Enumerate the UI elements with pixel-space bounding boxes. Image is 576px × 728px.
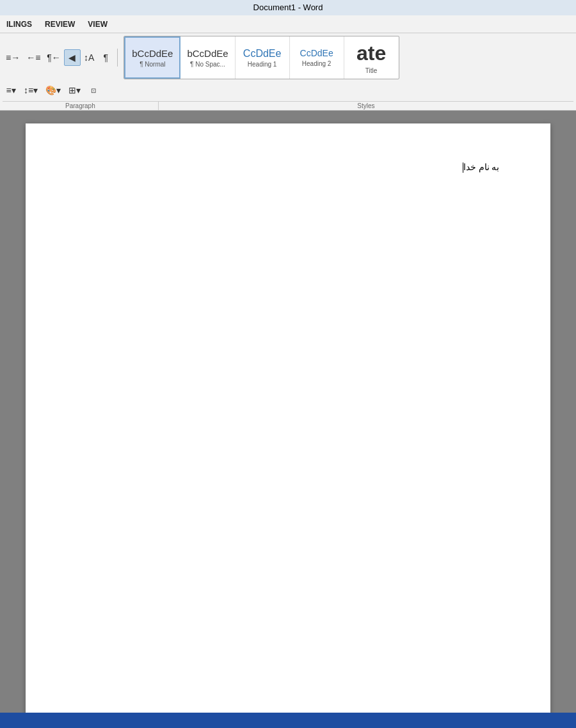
style-normal-label: ¶ Normal	[140, 61, 165, 68]
status-bar	[0, 713, 576, 728]
show-hide-btn[interactable]: ¶	[97, 49, 114, 66]
menu-mailings[interactable]: ILINGS	[0, 18, 38, 31]
style-nospace-preview: bCcDdEe	[187, 48, 228, 59]
page[interactable]: به نام خدا	[26, 123, 550, 713]
dialog-btn[interactable]: ⊡	[85, 82, 102, 99]
page-content[interactable]: به نام خدا	[77, 162, 499, 173]
arabic-text: به نام خدا	[463, 162, 499, 173]
shading-btn[interactable]: 🎨▾	[42, 82, 64, 99]
style-title-preview: ate	[356, 41, 386, 65]
menu-review[interactable]: REVIEW	[38, 18, 81, 31]
style-heading1-label: Heading 1	[248, 61, 277, 68]
style-normal-preview: bCcDdEe	[132, 48, 173, 59]
styles-section-label: Styles	[159, 102, 573, 110]
paragraph-section-label: Paragraph	[3, 102, 158, 110]
list-btn[interactable]: ≡▾	[3, 82, 19, 99]
menu-view[interactable]: VIEW	[81, 18, 114, 31]
style-heading2[interactable]: CcDdEe Heading 2	[290, 36, 344, 79]
style-nospace[interactable]: bCcDdEe ¶ No Spac...	[180, 36, 235, 79]
title-bar: Document1 - Word	[0, 0, 576, 15]
sort-btn[interactable]: ↕A	[81, 49, 97, 66]
ribbon-section-row: Paragraph Styles	[3, 101, 573, 110]
borders-btn[interactable]: ⊞▾	[65, 82, 84, 99]
style-heading1-preview: CcDdEe	[243, 47, 282, 59]
show-formatting-btn[interactable]: ¶←	[44, 49, 64, 66]
style-title-label: Title	[365, 67, 378, 74]
style-title[interactable]: ate Title	[344, 36, 399, 79]
document-area: به نام خدا	[0, 111, 576, 713]
ribbon-row2: ≡▾ ↕≡▾ 🎨▾ ⊞▾ ⊡	[3, 81, 573, 100]
ribbon-row1: ≡→ ←≡ ¶← ◀ ↕A ¶ bCcDdEe ¶ Normal bCcDdEe…	[3, 36, 573, 81]
title-text: Document1 - Word	[253, 3, 323, 12]
line-spacing-btn[interactable]: ↕≡▾	[20, 82, 41, 99]
ribbon-sep1	[117, 49, 118, 67]
styles-gallery: bCcDdEe ¶ Normal bCcDdEe ¶ No Spac... Cc…	[124, 36, 399, 79]
menu-bar: ILINGS REVIEW VIEW	[0, 15, 576, 33]
rtl-btn[interactable]: ◀	[64, 49, 81, 66]
paragraph-group-row1: ≡→ ←≡ ¶← ◀ ↕A ¶	[3, 49, 114, 66]
style-heading1[interactable]: CcDdEe Heading 1	[236, 36, 290, 79]
style-nospace-label: ¶ No Spac...	[190, 61, 225, 68]
ribbon: ≡→ ←≡ ¶← ◀ ↕A ¶ bCcDdEe ¶ Normal bCcDdEe…	[0, 33, 576, 111]
style-normal[interactable]: bCcDdEe ¶ Normal	[124, 36, 180, 79]
increase-indent-btn[interactable]: ≡→	[3, 49, 23, 66]
decrease-indent-btn[interactable]: ←≡	[23, 49, 44, 66]
style-heading2-preview: CcDdEe	[300, 48, 333, 59]
style-heading2-label: Heading 2	[302, 60, 332, 67]
